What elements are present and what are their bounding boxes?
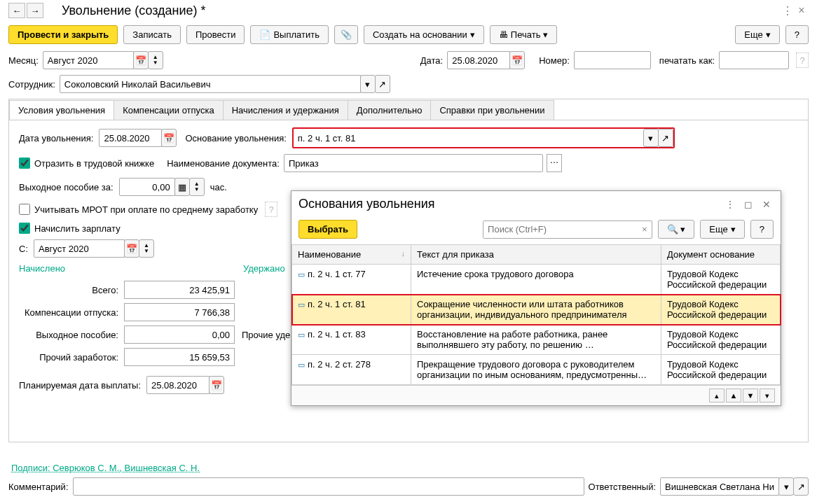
tab-certificates[interactable]: Справки при увольнении (430, 100, 554, 120)
paydate-calendar-icon[interactable]: 📅 (209, 376, 224, 394)
reason-input[interactable] (294, 129, 644, 147)
doc-icon: ▭ (298, 360, 305, 369)
doc-icon: ▭ (298, 300, 305, 309)
popup-search-button[interactable]: 🔍 ▾ (658, 220, 695, 239)
popup-select-button[interactable]: Выбрать (298, 220, 357, 239)
popup-menu[interactable]: ⋮ (723, 199, 737, 210)
employee-input[interactable] (60, 75, 361, 93)
attach-button[interactable]: 📎 (334, 25, 358, 44)
responsible-open[interactable]: ↗ (793, 477, 809, 496)
date-input[interactable] (447, 51, 510, 69)
popup-col-text[interactable]: Текст для приказа (411, 245, 661, 265)
total-value[interactable] (124, 348, 235, 366)
reason-highlighted-frame: ▾ ↗ (292, 127, 675, 148)
mrot-help: ? (265, 202, 277, 217)
severance-stepper[interactable]: ▲▼ (189, 178, 205, 196)
total-label: Компенсации отпуска: (19, 307, 124, 318)
comment-input[interactable] (73, 477, 584, 496)
save-button[interactable]: Записать (123, 25, 181, 44)
severance-label: Выходное пособие за: (19, 182, 114, 192)
popup-help-button[interactable]: ? (750, 220, 774, 239)
doc-icon: ▭ (298, 330, 305, 339)
printas-input[interactable] (719, 51, 789, 69)
popup-nav-first[interactable]: ▴ (709, 388, 725, 402)
tab-conditions[interactable]: Условия увольнения (9, 100, 114, 120)
from-calendar-icon[interactable]: 📅 (124, 239, 139, 258)
reason-dropdown[interactable]: ▾ (643, 129, 659, 147)
page-title: Увольнение (создание) * (62, 4, 206, 18)
reason-row[interactable]: ▭п. 2 ч. 1 ст. 81Сокращение численности … (292, 295, 781, 325)
print-button[interactable]: 🖶 Печать ▾ (490, 25, 558, 44)
responsible-dropdown[interactable]: ▾ (778, 477, 794, 496)
month-stepper[interactable]: ▲▼ (148, 51, 163, 69)
month-label: Месяц: (8, 55, 39, 66)
total-extra: Прочие уде (242, 330, 290, 340)
employee-label: Сотрудник: (8, 79, 55, 90)
docname-input[interactable] (284, 154, 543, 172)
tab-compensation[interactable]: Компенсации отпуска (114, 100, 224, 120)
docname-ellipsis[interactable]: … (547, 154, 562, 172)
nav-forward[interactable]: → (27, 3, 43, 18)
responsible-label: Ответственный: (589, 482, 656, 492)
popup-search-input[interactable] (483, 221, 638, 238)
number-input[interactable] (574, 51, 651, 69)
from-stepper[interactable]: ▲▼ (139, 239, 154, 258)
popup-more-button[interactable]: Еще ▾ (700, 220, 744, 239)
dismissal-date-calendar-icon[interactable]: 📅 (161, 129, 177, 147)
accrue-label: Начислить зарплату (34, 223, 121, 234)
paydate-input[interactable] (146, 376, 210, 394)
popup-nav-down[interactable]: ▼ (743, 388, 758, 402)
accrued-heading: Начислено (19, 263, 75, 274)
popup-col-name[interactable]: Наименование↓ (292, 245, 411, 265)
popup-title: Основания увольнения (298, 197, 719, 211)
responsible-input[interactable] (660, 477, 779, 496)
pay-button[interactable]: 📄 Выплатить (250, 25, 329, 44)
total-value[interactable] (124, 326, 235, 344)
from-label: С: (19, 244, 28, 254)
window-close[interactable]: × (795, 4, 809, 17)
date-calendar-icon[interactable]: 📅 (509, 51, 525, 69)
reason-row[interactable]: ▭п. 2 ч. 2 ст. 278Прекращение трудового … (292, 355, 781, 385)
create-from-button[interactable]: Создать на основании ▾ (364, 25, 484, 44)
reflect-checkbox[interactable] (19, 158, 30, 169)
month-input[interactable] (43, 51, 134, 69)
post-button[interactable]: Провести (186, 25, 245, 44)
employee-open[interactable]: ↗ (375, 75, 390, 93)
docname-label: Наименование документа: (167, 158, 280, 169)
month-calendar-icon[interactable]: 📅 (133, 51, 149, 69)
submit-button[interactable]: Провести и закрыть (8, 25, 118, 44)
signatures-link[interactable]: Подписи: Севрюков С. М., Вишневская С. Н… (11, 463, 200, 473)
doc-icon: ▭ (298, 270, 305, 279)
reason-row[interactable]: ▭п. 2 ч. 1 ст. 83Восстановление на работ… (292, 325, 781, 355)
dismissal-date-input[interactable] (99, 129, 162, 147)
popup-maximize[interactable]: ◻ (741, 199, 755, 210)
window-menu[interactable]: ⋮ (781, 4, 795, 18)
comment-label: Комментарий: (8, 482, 69, 492)
total-value[interactable] (124, 281, 235, 299)
severance-input[interactable] (119, 178, 175, 196)
tab-additional[interactable]: Дополнительно (348, 100, 432, 120)
mrot-checkbox[interactable] (19, 204, 30, 215)
severance-calc-icon[interactable]: ▦ (174, 178, 190, 196)
reason-open[interactable]: ↗ (658, 129, 673, 147)
help-button[interactable]: ? (785, 25, 809, 44)
popup-close[interactable]: ✕ (760, 199, 774, 210)
from-input[interactable] (34, 239, 125, 258)
print-label: Печать (511, 29, 541, 40)
more-button[interactable]: Еще ▾ (735, 25, 779, 44)
total-value[interactable] (124, 303, 235, 321)
accrue-checkbox[interactable] (19, 223, 30, 234)
paydate-label: Планируемая дата выплаты: (19, 380, 141, 391)
number-label: Номер: (539, 55, 570, 66)
nav-back[interactable]: ← (8, 3, 25, 18)
popup-col-doc[interactable]: Документ основание (661, 245, 781, 265)
popup-search-clear[interactable]: × (638, 224, 652, 234)
popup-nav-up[interactable]: ▲ (726, 388, 741, 402)
reason-row[interactable]: ▭п. 2 ч. 1 ст. 77Истечение срока трудово… (292, 265, 781, 295)
employee-dropdown[interactable]: ▾ (360, 75, 376, 93)
printas-help: ? (796, 52, 809, 68)
reasons-popup: Основания увольнения ⋮ ◻ ✕ Выбрать × 🔍 ▾… (291, 190, 781, 406)
tab-accruals[interactable]: Начисления и удержания (223, 100, 348, 120)
popup-nav-last[interactable]: ▾ (760, 388, 775, 402)
printas-label: печатать как: (659, 55, 715, 66)
